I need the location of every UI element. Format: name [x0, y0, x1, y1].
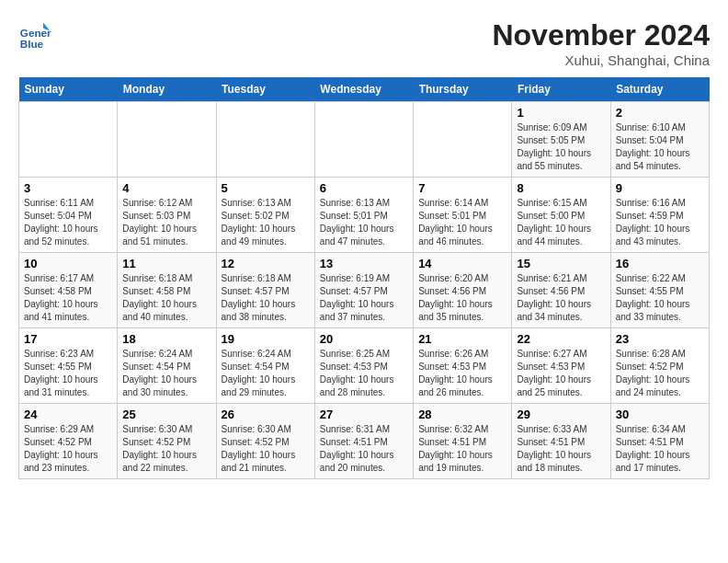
- day-info: Sunrise: 6:32 AMSunset: 4:51 PMDaylight:…: [418, 423, 506, 475]
- calendar-week-row: 1Sunrise: 6:09 AMSunset: 5:05 PMDaylight…: [19, 102, 710, 178]
- day-info: Sunrise: 6:19 AMSunset: 4:57 PMDaylight:…: [320, 272, 408, 324]
- day-info: Sunrise: 6:12 AMSunset: 5:03 PMDaylight:…: [122, 197, 210, 248]
- day-number: 21: [418, 332, 506, 346]
- day-number: 22: [517, 332, 605, 346]
- calendar-cell: 5Sunrise: 6:13 AMSunset: 5:02 PMDaylight…: [216, 178, 314, 253]
- day-info: Sunrise: 6:17 AMSunset: 4:58 PMDaylight:…: [24, 272, 112, 324]
- day-number: 9: [616, 181, 704, 195]
- day-info: Sunrise: 6:14 AMSunset: 5:01 PMDaylight:…: [418, 197, 506, 248]
- calendar-table: SundayMondayTuesdayWednesdayThursdayFrid…: [18, 77, 710, 479]
- svg-text:Blue: Blue: [20, 38, 44, 50]
- day-info: Sunrise: 6:09 AMSunset: 5:05 PMDaylight:…: [517, 121, 605, 173]
- day-number: 18: [122, 332, 210, 346]
- day-info: Sunrise: 6:13 AMSunset: 5:02 PMDaylight:…: [222, 197, 310, 248]
- calendar-cell: 18Sunrise: 6:24 AMSunset: 4:54 PMDayligh…: [118, 328, 216, 404]
- day-info: Sunrise: 6:29 AMSunset: 4:52 PMDaylight:…: [24, 423, 112, 475]
- day-number: 20: [320, 332, 408, 346]
- calendar-cell: [414, 102, 512, 178]
- day-info: Sunrise: 6:10 AMSunset: 5:04 PMDaylight:…: [616, 121, 704, 173]
- calendar-cell: 9Sunrise: 6:16 AMSunset: 4:59 PMDaylight…: [610, 178, 709, 253]
- calendar-cell: [314, 102, 413, 178]
- day-info: Sunrise: 6:28 AMSunset: 4:52 PMDaylight:…: [616, 348, 704, 399]
- day-info: Sunrise: 6:34 AMSunset: 4:51 PMDaylight:…: [616, 423, 704, 475]
- weekday-header: Wednesday: [314, 77, 413, 102]
- day-number: 16: [616, 257, 704, 270]
- calendar-cell: 30Sunrise: 6:34 AMSunset: 4:51 PMDayligh…: [610, 404, 709, 479]
- calendar-week-row: 10Sunrise: 6:17 AMSunset: 4:58 PMDayligh…: [19, 253, 710, 328]
- day-number: 2: [616, 106, 704, 120]
- month-title: November 2024: [492, 18, 710, 52]
- page-header: General Blue November 2024 Xuhui, Shangh…: [18, 18, 710, 68]
- calendar-cell: [216, 102, 314, 178]
- day-number: 8: [517, 181, 605, 195]
- day-number: 3: [24, 181, 112, 195]
- day-number: 26: [222, 408, 310, 421]
- calendar-cell: 10Sunrise: 6:17 AMSunset: 4:58 PMDayligh…: [19, 253, 118, 328]
- title-area: November 2024 Xuhui, Shanghai, China: [492, 18, 710, 68]
- day-info: Sunrise: 6:20 AMSunset: 4:56 PMDaylight:…: [418, 272, 506, 324]
- calendar-cell: 13Sunrise: 6:19 AMSunset: 4:57 PMDayligh…: [314, 253, 413, 328]
- day-info: Sunrise: 6:11 AMSunset: 5:04 PMDaylight:…: [24, 197, 112, 248]
- day-info: Sunrise: 6:30 AMSunset: 4:52 PMDaylight:…: [222, 423, 310, 475]
- day-number: 23: [616, 332, 704, 346]
- day-number: 24: [24, 408, 112, 421]
- weekday-header: Thursday: [414, 77, 512, 102]
- location: Xuhui, Shanghai, China: [492, 52, 710, 68]
- day-info: Sunrise: 6:22 AMSunset: 4:55 PMDaylight:…: [616, 272, 704, 324]
- day-number: 10: [24, 257, 112, 270]
- calendar-cell: 14Sunrise: 6:20 AMSunset: 4:56 PMDayligh…: [414, 253, 512, 328]
- day-number: 7: [418, 181, 506, 195]
- day-info: Sunrise: 6:18 AMSunset: 4:57 PMDaylight:…: [222, 272, 310, 324]
- day-info: Sunrise: 6:13 AMSunset: 5:01 PMDaylight:…: [320, 197, 408, 248]
- calendar-cell: 29Sunrise: 6:33 AMSunset: 4:51 PMDayligh…: [512, 404, 610, 479]
- day-info: Sunrise: 6:26 AMSunset: 4:53 PMDaylight:…: [418, 348, 506, 399]
- calendar-cell: 6Sunrise: 6:13 AMSunset: 5:01 PMDaylight…: [314, 178, 413, 253]
- day-info: Sunrise: 6:25 AMSunset: 4:53 PMDaylight:…: [320, 348, 408, 399]
- calendar-cell: [19, 102, 118, 178]
- calendar-cell: 3Sunrise: 6:11 AMSunset: 5:04 PMDaylight…: [19, 178, 118, 253]
- weekday-header: Sunday: [19, 77, 118, 102]
- day-info: Sunrise: 6:27 AMSunset: 4:53 PMDaylight:…: [517, 348, 605, 399]
- calendar-cell: 23Sunrise: 6:28 AMSunset: 4:52 PMDayligh…: [610, 328, 709, 404]
- day-info: Sunrise: 6:33 AMSunset: 4:51 PMDaylight:…: [517, 423, 605, 475]
- day-number: 28: [418, 408, 506, 421]
- calendar-week-row: 24Sunrise: 6:29 AMSunset: 4:52 PMDayligh…: [19, 404, 710, 479]
- weekday-header: Monday: [118, 77, 216, 102]
- day-number: 25: [122, 408, 210, 421]
- calendar-cell: 1Sunrise: 6:09 AMSunset: 5:05 PMDaylight…: [512, 102, 610, 178]
- day-info: Sunrise: 6:24 AMSunset: 4:54 PMDaylight:…: [122, 348, 210, 399]
- calendar-cell: [118, 102, 216, 178]
- weekday-header: Tuesday: [216, 77, 314, 102]
- calendar-cell: 22Sunrise: 6:27 AMSunset: 4:53 PMDayligh…: [512, 328, 610, 404]
- day-number: 6: [320, 181, 408, 195]
- day-number: 15: [517, 257, 605, 270]
- day-info: Sunrise: 6:15 AMSunset: 5:00 PMDaylight:…: [517, 197, 605, 248]
- calendar-cell: 12Sunrise: 6:18 AMSunset: 4:57 PMDayligh…: [216, 253, 314, 328]
- day-info: Sunrise: 6:16 AMSunset: 4:59 PMDaylight:…: [616, 197, 704, 248]
- day-number: 27: [320, 408, 408, 421]
- calendar-cell: 4Sunrise: 6:12 AMSunset: 5:03 PMDaylight…: [118, 178, 216, 253]
- calendar-cell: 17Sunrise: 6:23 AMSunset: 4:55 PMDayligh…: [19, 328, 118, 404]
- day-info: Sunrise: 6:23 AMSunset: 4:55 PMDaylight:…: [24, 348, 112, 399]
- calendar-cell: 27Sunrise: 6:31 AMSunset: 4:51 PMDayligh…: [314, 404, 413, 479]
- calendar-cell: 21Sunrise: 6:26 AMSunset: 4:53 PMDayligh…: [414, 328, 512, 404]
- day-number: 19: [222, 332, 310, 346]
- day-number: 29: [517, 408, 605, 421]
- calendar-cell: 24Sunrise: 6:29 AMSunset: 4:52 PMDayligh…: [19, 404, 118, 479]
- logo-icon: General Blue: [18, 18, 51, 52]
- day-info: Sunrise: 6:30 AMSunset: 4:52 PMDaylight:…: [122, 423, 210, 475]
- calendar-week-row: 17Sunrise: 6:23 AMSunset: 4:55 PMDayligh…: [19, 328, 710, 404]
- calendar-body: 1Sunrise: 6:09 AMSunset: 5:05 PMDaylight…: [19, 102, 710, 479]
- day-info: Sunrise: 6:31 AMSunset: 4:51 PMDaylight:…: [320, 423, 408, 475]
- calendar-cell: 11Sunrise: 6:18 AMSunset: 4:58 PMDayligh…: [118, 253, 216, 328]
- weekday-header: Friday: [512, 77, 610, 102]
- calendar-cell: 25Sunrise: 6:30 AMSunset: 4:52 PMDayligh…: [118, 404, 216, 479]
- day-number: 14: [418, 257, 506, 270]
- calendar-cell: 20Sunrise: 6:25 AMSunset: 4:53 PMDayligh…: [314, 328, 413, 404]
- day-number: 30: [616, 408, 704, 421]
- calendar-cell: 16Sunrise: 6:22 AMSunset: 4:55 PMDayligh…: [610, 253, 709, 328]
- calendar-cell: 7Sunrise: 6:14 AMSunset: 5:01 PMDaylight…: [414, 178, 512, 253]
- header-row: SundayMondayTuesdayWednesdayThursdayFrid…: [19, 77, 710, 102]
- day-info: Sunrise: 6:21 AMSunset: 4:56 PMDaylight:…: [517, 272, 605, 324]
- day-info: Sunrise: 6:18 AMSunset: 4:58 PMDaylight:…: [122, 272, 210, 324]
